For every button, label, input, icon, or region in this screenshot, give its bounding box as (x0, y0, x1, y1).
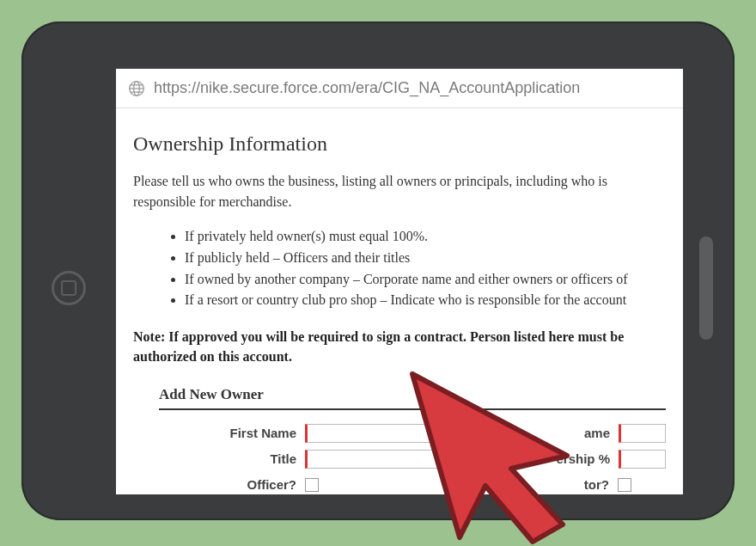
checkbox-officer[interactable] (305, 478, 319, 492)
browser-screen: https://nike.secure.force.com/era/CIG_NA… (116, 69, 683, 494)
page-content: Ownership Information Please tell us who… (116, 108, 683, 494)
form-row: First Name ame (159, 420, 666, 446)
url-bar[interactable]: https://nike.secure.force.com/era/CIG_NA… (116, 69, 683, 108)
tablet-frame: https://nike.secure.force.com/era/CIG_NA… (21, 21, 735, 520)
bullet-item: If privately held owner(s) must equal 10… (185, 226, 666, 248)
label-first-name: First Name (159, 426, 305, 440)
input-first-name[interactable] (305, 424, 485, 443)
form-row: Officer? tor? (159, 472, 666, 494)
label-last-name: ame (584, 426, 619, 440)
label-title: Title (159, 451, 305, 466)
bullet-item: If a resort or country club pro shop – I… (185, 290, 666, 311)
intro-text: Please tell us who owns the business, li… (133, 171, 666, 212)
input-ownership-pct[interactable] (619, 450, 666, 469)
form-section: Add New Owner First Name ame Title ershi… (133, 386, 666, 494)
input-last-name[interactable] (619, 424, 666, 443)
checkbox-director[interactable] (618, 478, 631, 492)
label-officer: Officer? (159, 477, 305, 492)
page-heading: Ownership Information (133, 132, 666, 156)
note-text: Note: If approved you will be required t… (133, 327, 666, 366)
label-director: tor? (584, 477, 618, 492)
globe-icon (128, 80, 145, 97)
home-button[interactable] (52, 271, 86, 305)
bullet-list: If privately held owner(s) must equal 10… (133, 226, 666, 311)
input-title[interactable] (305, 450, 485, 469)
form-row: Title ership % (159, 446, 666, 472)
form-section-title: Add New Owner (159, 386, 666, 410)
label-ownership-pct: ership % (556, 451, 619, 466)
bullet-item: If owned by another company – Corporate … (185, 269, 666, 291)
side-button[interactable] (699, 236, 713, 340)
url-text: https://nike.secure.force.com/era/CIG_NA… (154, 79, 580, 97)
bullet-item: If publicly held – Officers and their ti… (185, 248, 666, 269)
